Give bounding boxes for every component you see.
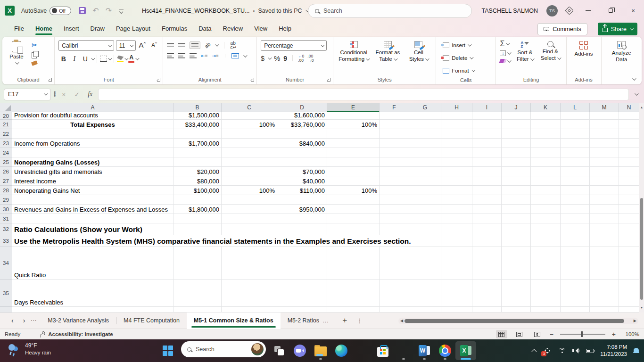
cell-E20[interactable] [327, 112, 380, 120]
cell-J31[interactable] [502, 214, 531, 223]
share-button[interactable]: Share [598, 23, 637, 35]
cell-C24[interactable] [222, 148, 277, 157]
sheet-tab-m4-fte-computation[interactable]: M4 FTE Computation [116, 313, 187, 329]
cell-J35[interactable] [502, 280, 531, 307]
cell-N34[interactable] [619, 247, 639, 280]
paste-button[interactable]: Paste [6, 40, 27, 65]
format-cells-button[interactable]: Format [443, 66, 474, 76]
merge-center-icon[interactable] [231, 53, 239, 58]
addins-button[interactable]: Add-ins [570, 40, 597, 58]
ribbon-tab-data[interactable]: Data [193, 22, 217, 36]
clear-icon[interactable] [500, 59, 510, 63]
cell-K33[interactable] [531, 235, 561, 247]
cell-I23[interactable] [472, 139, 502, 148]
document-title-area[interactable]: Hsc414_FINANCE_WORKBOOK_STU... • Saved t… [142, 8, 308, 14]
cell-H29[interactable] [441, 195, 472, 205]
cell-B20[interactable]: $1,500,000 [173, 112, 222, 120]
cell-Kx[interactable] [531, 307, 561, 313]
cell-F25[interactable] [380, 157, 409, 167]
qat-customize-icon[interactable] [118, 8, 124, 13]
cell-J21[interactable] [502, 120, 531, 129]
word-button[interactable]: W [414, 341, 435, 360]
row-header-27[interactable]: 27 [0, 176, 12, 186]
align-right-icon[interactable] [190, 53, 197, 58]
cell-D29[interactable] [277, 195, 327, 205]
gem-icon[interactable] [565, 6, 573, 15]
page-layout-view-button[interactable] [514, 330, 525, 338]
row-header-34[interactable]: 34 [0, 247, 12, 280]
horizontal-scrollbar[interactable]: ◀ ▶ [398, 318, 638, 324]
horizontal-scroll-thumb[interactable] [405, 319, 624, 323]
cell-Ax[interactable] [12, 307, 173, 313]
cell-E24[interactable] [327, 148, 380, 157]
cell-I31[interactable] [472, 214, 502, 223]
column-header-F[interactable]: F [380, 103, 409, 112]
column-header-N[interactable]: N [619, 103, 639, 112]
cell-H21[interactable] [441, 120, 472, 129]
cell-J30[interactable] [502, 205, 531, 214]
cell-Hx[interactable] [441, 307, 472, 313]
chevron-down-icon[interactable] [91, 56, 95, 60]
row-header-32[interactable]: 32 [0, 223, 12, 235]
cell-B24[interactable] [173, 148, 222, 157]
cell-J24[interactable] [502, 148, 531, 157]
cell-H24[interactable] [441, 148, 472, 157]
cell-C32[interactable] [222, 223, 277, 235]
cell-F31[interactable] [380, 214, 409, 223]
column-header-M[interactable]: M [590, 103, 619, 112]
cell-I24[interactable] [472, 148, 502, 157]
cell-N31[interactable] [619, 214, 639, 223]
cell-L26[interactable] [561, 167, 590, 176]
cell-Ex[interactable] [327, 307, 380, 313]
avatar[interactable]: TS [546, 5, 558, 16]
column-header-H[interactable]: H [441, 103, 472, 112]
cell-H23[interactable] [441, 139, 472, 148]
sort-filter-button[interactable]: AZ Sort & Filter [514, 40, 536, 62]
bold-button[interactable]: B [58, 54, 68, 64]
cell-G32[interactable] [409, 223, 441, 235]
chrome-button[interactable] [435, 341, 455, 360]
column-header-K[interactable]: K [531, 103, 561, 112]
cell-H33[interactable] [441, 235, 472, 247]
vertical-scrollbar[interactable]: ▲ ▼ [639, 103, 644, 313]
cell-D25[interactable] [277, 157, 327, 167]
cell-J22[interactable] [502, 129, 531, 139]
cell-F26[interactable] [380, 167, 409, 176]
cell-G31[interactable] [409, 214, 441, 223]
name-box[interactable]: E17 [4, 89, 51, 100]
fill-icon[interactable]: ↓ [500, 50, 510, 56]
column-header-G[interactable]: G [409, 103, 441, 112]
cell-E30[interactable] [327, 205, 380, 214]
cell-G35[interactable] [409, 280, 441, 307]
zoom-out-button[interactable]: − [550, 330, 553, 338]
cell-M22[interactable] [590, 129, 619, 139]
cell-B32[interactable] [173, 223, 222, 235]
cell-L23[interactable] [561, 139, 590, 148]
conditional-formatting-button[interactable]: Conditional Formatting [337, 40, 370, 62]
cell-K34[interactable] [531, 247, 561, 280]
cell-I26[interactable] [472, 167, 502, 176]
cell-A33[interactable]: Use the Metropolis Health System (MHS) c… [12, 235, 173, 247]
cell-J26[interactable] [502, 167, 531, 176]
cell-H35[interactable] [441, 280, 472, 307]
cell-L24[interactable] [561, 148, 590, 157]
excel-app-icon[interactable]: X [5, 6, 15, 16]
cell-G21[interactable] [409, 120, 441, 129]
ribbon-tab-review[interactable]: Review [217, 22, 249, 36]
cell-G27[interactable] [409, 176, 441, 186]
cell-L21[interactable] [561, 120, 590, 129]
volume-icon[interactable] [572, 348, 580, 354]
cell-A24[interactable] [12, 148, 173, 157]
cell-A31[interactable] [12, 214, 173, 223]
cancel-formula-icon[interactable]: × [58, 91, 69, 98]
scroll-up-icon[interactable]: ▲ [640, 103, 644, 111]
task-view-button[interactable] [269, 341, 289, 360]
cell-K26[interactable] [531, 167, 561, 176]
cell-D21[interactable]: $33,760,000 [277, 120, 327, 129]
cell-N20[interactable] [619, 112, 639, 120]
cell-M25[interactable] [590, 157, 619, 167]
column-header-D[interactable]: D [277, 103, 327, 112]
cell-K29[interactable] [531, 195, 561, 205]
comma-format-icon[interactable]: 9 [283, 55, 287, 62]
orientation-icon[interactable]: ab [204, 41, 212, 49]
